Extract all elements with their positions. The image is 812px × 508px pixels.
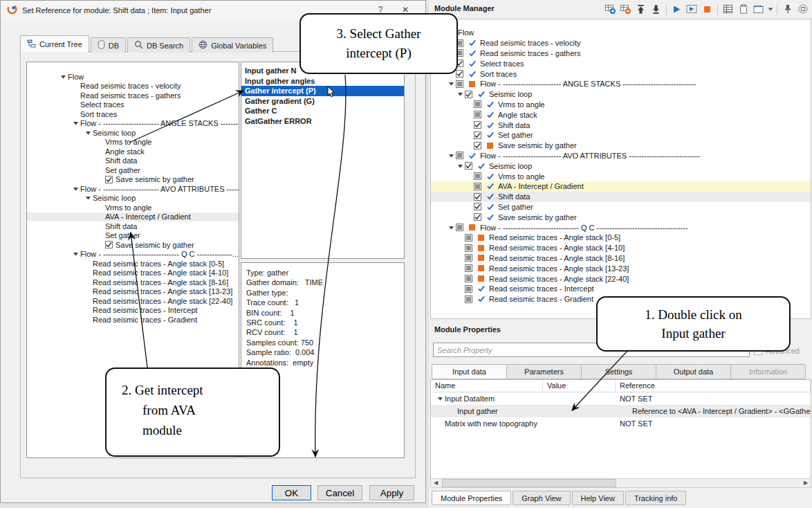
tab-parameters[interactable]: Parameters [506, 364, 582, 379]
module-tree-item[interactable]: Flow - ------------------------------ Q … [431, 222, 811, 233]
item-checkbox[interactable] [105, 176, 113, 183]
item-checkbox[interactable] [105, 241, 113, 248]
module-tree-item[interactable]: Seismic loop [431, 89, 811, 100]
bottom-tab-graph-view[interactable]: Graph View [513, 491, 570, 505]
tree-item[interactable]: Set gather [27, 231, 239, 241]
tab-input-data[interactable]: Input data [432, 364, 507, 379]
tree-item[interactable]: Read seismic traces - Gradient [27, 315, 239, 325]
tree-item[interactable]: Seismic loop [27, 128, 239, 138]
gather-output-list[interactable]: Input gather NInput gather anglesGather … [241, 62, 405, 259]
property-row[interactable]: Matrix with new topographyNOT SET [431, 417, 811, 430]
module-tree-item[interactable]: Set gather [431, 130, 811, 140]
new-window-icon[interactable] [752, 3, 765, 16]
bottom-tab-tracking-info[interactable]: Tracking info [625, 491, 687, 505]
tree-item[interactable]: Read seismic traces - velocity [27, 82, 239, 91]
module-tree-item[interactable]: Set gather [431, 202, 811, 212]
tab-db[interactable]: DB [91, 37, 126, 53]
expander-icon[interactable] [83, 195, 93, 201]
enable-checkbox[interactable] [465, 275, 472, 282]
clipboard-icon[interactable] [737, 3, 750, 16]
module-tree-item[interactable]: Flow - ----------------------- ANGLE STA… [431, 79, 811, 89]
module-tree-item[interactable]: Save seismic by gather [431, 140, 811, 151]
pin-icon[interactable] [781, 3, 794, 16]
enable-checkbox[interactable] [465, 244, 472, 252]
enable-checkbox[interactable] [465, 264, 472, 272]
run-flow-icon[interactable] [685, 3, 699, 16]
module-tree-item[interactable]: Read seismic traces - velocity [431, 38, 811, 48]
enable-checkbox[interactable] [474, 203, 481, 210]
gather-list-item[interactable]: Gather gradient (G) [241, 96, 404, 107]
module-tree-item[interactable]: Read seismic traces - Angle stack [13-23… [431, 263, 811, 273]
tree-item[interactable]: Select traces [27, 100, 239, 110]
tree-item[interactable]: Flow - ---------------------- AVO ATTRIB… [27, 184, 239, 194]
enable-checkbox[interactable] [465, 234, 472, 242]
tab-output-data[interactable]: Output data [656, 364, 731, 379]
enable-checkbox[interactable] [456, 70, 463, 78]
caret-icon[interactable] [767, 3, 773, 16]
tree-item[interactable]: Shift data [27, 156, 239, 166]
module-tree-item[interactable]: Vrms to angle [431, 100, 811, 110]
tree-item[interactable]: Read seismic traces - Angle stack [0-5] [27, 259, 239, 269]
module-tree-item[interactable]: Shift data [431, 120, 811, 130]
gather-list-item[interactable]: Input gather angles [241, 76, 404, 87]
enable-checkbox[interactable] [474, 100, 481, 108]
column-header-reference[interactable]: Reference [616, 380, 811, 392]
enable-checkbox[interactable] [474, 131, 481, 139]
tree-item[interactable]: Save seismic by gather [27, 175, 239, 185]
tree-item[interactable]: Save seismic by gather [27, 240, 239, 250]
gather-list-item[interactable]: Gather C [241, 106, 404, 116]
tree-item[interactable]: Vrms to angle [27, 203, 239, 212]
module-tree-item[interactable]: Select traces [431, 58, 811, 69]
property-row[interactable]: Input gatherReference to <AVA - Intercep… [431, 405, 811, 417]
tree-item[interactable]: Angle stack [27, 147, 239, 156]
column-header-value[interactable]: Value [543, 380, 616, 392]
remove-module-icon[interactable] [619, 3, 632, 16]
enable-checkbox[interactable] [474, 183, 481, 190]
tab-global-variables[interactable]: Global Variables [192, 37, 273, 53]
module-tree-item[interactable]: Read seismic traces - Angle stack [22-40… [431, 273, 811, 284]
gather-list-item[interactable]: Gather intercept (P) [241, 86, 404, 96]
module-tree-item[interactable]: Read seismic traces - gathers [431, 48, 811, 59]
module-tree-item[interactable]: Shift data [431, 192, 811, 202]
expander-icon[interactable] [456, 91, 465, 97]
tree-item[interactable]: Read seismic traces - Angle stack [22-40… [27, 296, 239, 306]
expander-icon[interactable] [71, 251, 80, 257]
enable-checkbox[interactable] [474, 172, 481, 180]
enable-checkbox[interactable] [456, 152, 463, 159]
module-tree-item[interactable]: Read seismic traces - Angle stack [8-16] [431, 253, 811, 264]
tree-item[interactable]: Read seismic traces - gathers [27, 91, 239, 100]
scroll-left-icon[interactable]: ◀ [431, 479, 441, 487]
move-up-icon[interactable] [634, 3, 647, 16]
float-icon[interactable] [796, 3, 809, 16]
ok-button[interactable]: OK [272, 485, 311, 500]
cancel-button[interactable]: Cancel [317, 485, 362, 500]
tab-current-tree[interactable]: Current Tree [20, 35, 89, 53]
tree-item[interactable]: AVA - Intercept / Gradient [27, 212, 239, 222]
module-tree-item[interactable]: Angle stack [431, 109, 811, 120]
move-down-icon[interactable] [649, 3, 663, 16]
module-tree-item[interactable]: Read seismic traces - Angle stack [0-5] [431, 233, 811, 243]
tree-item[interactable]: Flow [27, 72, 239, 82]
bottom-tab-help-view[interactable]: Help View [572, 491, 624, 505]
enable-checkbox[interactable] [465, 254, 472, 262]
tree-item[interactable]: Sort traces [27, 109, 239, 119]
run-icon[interactable] [670, 3, 683, 16]
expander-icon[interactable] [83, 130, 93, 136]
scroll-right-icon[interactable]: ▶ [801, 479, 811, 487]
module-tree-item[interactable]: AVA - Intercept / Gradient [431, 181, 811, 192]
module-tree-item[interactable]: Read seismic traces - Angle stack [4-10] [431, 243, 811, 253]
module-tree-item[interactable]: Vrms to angle [431, 171, 811, 181]
enable-checkbox[interactable] [465, 162, 472, 170]
tree-item[interactable]: Set gather [27, 165, 239, 175]
enable-checkbox[interactable] [474, 111, 481, 118]
enable-checkbox[interactable] [456, 80, 463, 88]
tree-item[interactable]: Read seismic traces - Angle stack [4-10] [27, 269, 239, 278]
enable-checkbox[interactable] [474, 121, 481, 129]
expander-icon[interactable] [447, 81, 456, 87]
module-tree-item[interactable]: Read seismic traces - Intercept [431, 284, 811, 294]
horizontal-scrollbar[interactable]: ◀ ▶ [430, 478, 811, 488]
bottom-tab-module-properties[interactable]: Module Properties [432, 491, 511, 505]
expander-icon[interactable] [71, 120, 80, 126]
module-tree-item[interactable]: Save seismic by gather [431, 212, 811, 222]
tab-settings[interactable]: Settings [581, 364, 656, 379]
